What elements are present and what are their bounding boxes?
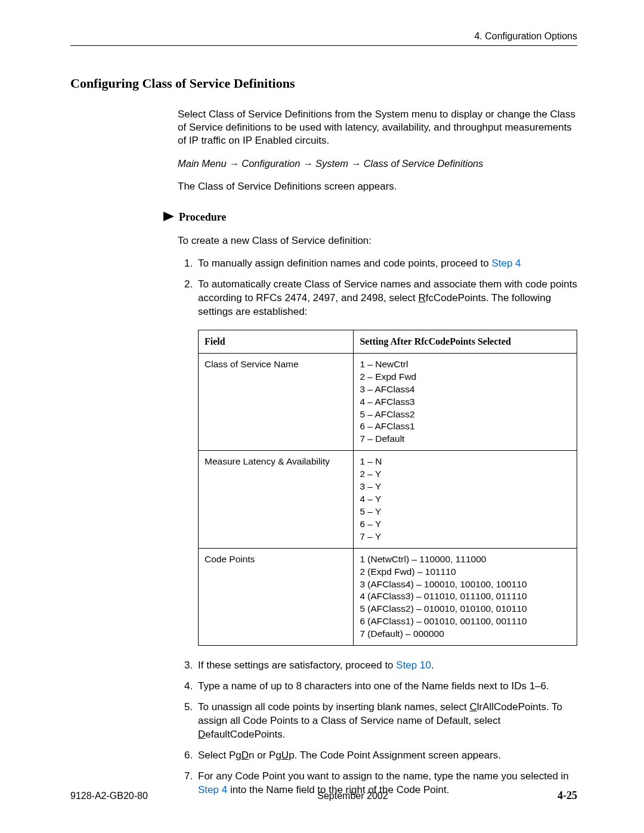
svg-marker-0	[163, 212, 174, 221]
step-3-text-pre: If these settings are satisfactory, proc…	[198, 659, 396, 671]
step-6-u2: U	[281, 750, 289, 761]
step-7-pre: For any Code Point you want to assign to…	[198, 770, 569, 782]
step-6-mid: n or Pg	[249, 750, 281, 761]
step-1-link[interactable]: Step 4	[491, 258, 521, 269]
step-6-post: p. The Code Point Assignment screen appe…	[289, 750, 501, 761]
step-5-u2: D	[198, 729, 205, 740]
cell-setting-1: 1 – NewCtrl 2 – Expd Fwd 3 – AFClass4 4 …	[354, 353, 577, 450]
cell-setting-3: 1 (NetwCtrl) – 110000, 111000 2 (Expd Fw…	[354, 548, 577, 645]
cell-field-3: Code Points	[199, 548, 354, 645]
step-5: To unassign all code points by inserting…	[196, 701, 577, 742]
cell-field-1: Class of Service Name	[199, 353, 354, 450]
footer-page-number: 4-25	[558, 789, 577, 802]
step-6-pre: Select Pg	[198, 750, 242, 761]
settings-table: Field Setting After RfcCodePoints Select…	[199, 330, 577, 645]
table-row: Code Points 1 (NetwCtrl) – 110000, 11100…	[199, 548, 577, 645]
step-3-text-post: .	[431, 659, 434, 671]
step-3: If these settings are satisfactory, proc…	[196, 659, 577, 673]
section-title: Configuring Class of Service Definitions	[70, 76, 577, 91]
step-6: Select PgDn or PgUp. The Code Point Assi…	[196, 749, 577, 763]
footer-docnum: 9128-A2-GB20-80	[70, 791, 148, 801]
step-3-link[interactable]: Step 10	[396, 659, 431, 671]
menu-path: Main Menu → Configuration → System → Cla…	[178, 158, 577, 169]
screen-appears-text: The Class of Service Definitions screen …	[178, 180, 577, 193]
cell-setting-2: 1 – N 2 – Y 3 – Y 4 – Y 5 – Y 6 – Y 7 – …	[354, 451, 577, 548]
footer-date: September 2002	[317, 791, 388, 801]
th-setting: Setting After RfcCodePoints Selected	[354, 330, 577, 353]
step-5-u1: C	[469, 701, 476, 713]
step-5-pre: To unassign all code points by inserting…	[198, 701, 469, 713]
cell-field-2: Measure Latency & Availability	[199, 451, 354, 548]
procedure-arrow-icon	[163, 212, 174, 224]
header-rule	[70, 45, 577, 46]
step-4: Type a name of up to 8 characters into o…	[196, 680, 577, 693]
procedure-heading: Procedure	[179, 211, 226, 224]
table-row: Class of Service Name 1 – NewCtrl 2 – Ex…	[199, 353, 577, 450]
chapter-label: 4. Configuration Options	[70, 31, 577, 42]
step-1-text: To manually assign definition names and …	[198, 258, 491, 269]
intro-paragraph: Select Class of Service Definitions from…	[178, 108, 577, 147]
procedure-steps: To manually assign definition names and …	[196, 257, 577, 797]
th-field: Field	[199, 330, 354, 353]
procedure-intro: To create a new Class of Service definit…	[178, 234, 577, 247]
step-6-u1: D	[242, 750, 249, 761]
step-2-underline: R	[419, 292, 426, 304]
page-footer: 9128-A2-GB20-80 September 2002 4-25	[70, 789, 577, 802]
settings-table-wrap: Field Setting After RfcCodePoints Select…	[198, 330, 577, 646]
step-5-mid2: efaultCodePoints.	[205, 729, 285, 740]
step-2: To automatically create Class of Service…	[196, 278, 577, 646]
step-1: To manually assign definition names and …	[196, 257, 577, 271]
table-row: Measure Latency & Availability 1 – N 2 –…	[199, 451, 577, 548]
